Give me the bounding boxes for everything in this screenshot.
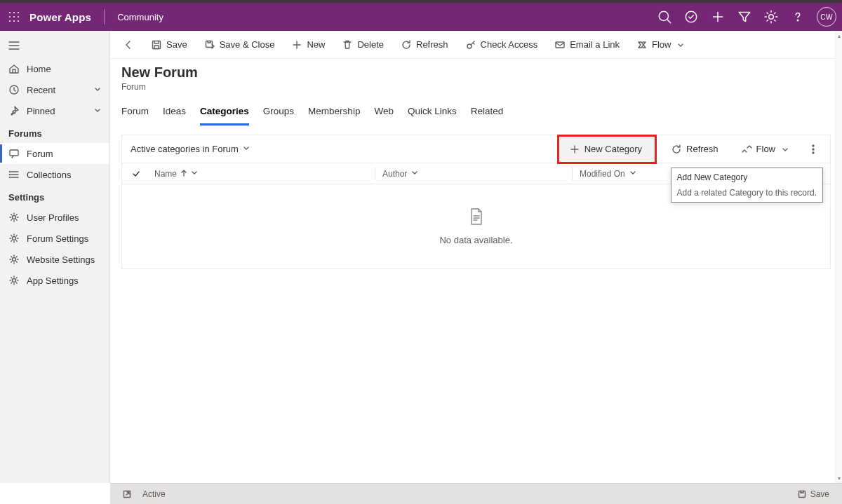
flow-button[interactable]: Flow [629, 35, 693, 55]
tab-quick-links[interactable]: Quick Links [408, 103, 457, 125]
sort-asc-icon [181, 169, 187, 179]
sidebar-item-recent[interactable]: Recent [0, 79, 109, 100]
status-save-button[interactable]: Save [792, 486, 835, 502]
sidebar-item-forum-settings[interactable]: Forum Settings [0, 228, 109, 249]
forum-icon [8, 148, 20, 159]
chevron-down-icon [191, 169, 198, 179]
scrollbar[interactable]: ▴ ▾ [835, 31, 842, 483]
view-name: Active categories in Forum [131, 144, 239, 154]
grid-refresh-button[interactable]: Refresh [662, 139, 727, 159]
svg-point-15 [797, 20, 798, 20]
scroll-down-icon[interactable]: ▾ [836, 475, 841, 482]
svg-line-10 [667, 20, 670, 22]
button-label: Save [810, 489, 829, 499]
chevron-down-icon [629, 169, 636, 179]
page-title: New Forum [121, 64, 831, 81]
svg-point-40 [813, 145, 814, 147]
flow-icon [741, 144, 752, 155]
gear-icon [8, 212, 20, 223]
save-button[interactable]: Save [144, 35, 194, 55]
gear-icon [8, 275, 20, 286]
sidebar-item-forum[interactable]: Forum [0, 143, 109, 164]
button-label: Flow [756, 144, 775, 154]
tab-related[interactable]: Related [471, 103, 504, 125]
svg-point-9 [659, 11, 668, 20]
svg-point-7 [13, 20, 15, 22]
column-select-all[interactable] [122, 170, 150, 178]
search-icon[interactable] [657, 9, 672, 25]
new-category-button[interactable]: New Category [559, 137, 655, 162]
more-vertical-icon [808, 144, 819, 155]
settings-icon[interactable] [763, 9, 779, 25]
refresh-button[interactable]: Refresh [394, 35, 455, 55]
filter-icon[interactable] [737, 9, 752, 25]
refresh-icon [671, 144, 682, 155]
column-header-author[interactable]: Author [375, 169, 572, 179]
app-title[interactable]: Power Apps [29, 11, 91, 23]
button-label: New [307, 39, 325, 50]
environment-label[interactable]: Community [117, 12, 163, 22]
view-picker[interactable]: Active categories in Forum [131, 144, 250, 154]
button-label: Save & Close [220, 39, 275, 50]
user-avatar[interactable]: CW [817, 7, 836, 27]
popout-button[interactable] [117, 487, 137, 501]
column-header-name[interactable]: Name [150, 169, 375, 179]
check-access-button[interactable]: Check Access [458, 35, 545, 55]
assist-icon[interactable] [683, 9, 699, 25]
sidebar-item-label: Website Settings [27, 254, 95, 265]
svg-point-11 [686, 11, 696, 22]
sidebar-item-app-settings[interactable]: App Settings [0, 270, 109, 291]
chevron-down-icon [675, 40, 686, 51]
grid-flow-button[interactable]: Flow [733, 139, 799, 159]
sidebar-item-label: Home [27, 64, 51, 74]
button-label: Refresh [686, 144, 719, 154]
app-launcher-icon[interactable] [6, 8, 22, 25]
sidebar-item-home[interactable]: Home [0, 58, 109, 79]
svg-point-14 [769, 15, 774, 20]
scroll-up-icon[interactable]: ▴ [836, 32, 841, 39]
add-icon[interactable] [710, 9, 726, 25]
sidebar-item-label: Forum Settings [27, 233, 88, 244]
sidebar-item-label: Recent [27, 85, 55, 95]
sidebar-item-label: Collections [27, 170, 72, 180]
sidebar-section-settings: Settings [0, 185, 109, 207]
clock-icon [8, 84, 20, 95]
sidebar-toggle[interactable] [0, 35, 109, 58]
button-label: Save [166, 39, 187, 50]
svg-point-1 [13, 12, 15, 13]
button-label: Flow [652, 39, 671, 50]
svg-rect-47 [798, 491, 805, 497]
column-header-modified[interactable]: Modified On [573, 169, 678, 179]
tab-categories[interactable]: Categories [200, 103, 249, 125]
new-button[interactable]: New [284, 35, 332, 55]
sidebar: Home Recent Pinned Forums Forum Collecti… [0, 31, 110, 483]
tab-web[interactable]: Web [374, 103, 394, 125]
help-icon[interactable] [790, 9, 806, 25]
back-button[interactable] [116, 35, 141, 55]
grid-more-button[interactable] [805, 139, 822, 159]
refresh-icon [401, 39, 412, 50]
page-subtitle: Forum [121, 82, 831, 92]
sidebar-item-collections[interactable]: Collections [0, 164, 109, 185]
record-status[interactable]: Active [137, 486, 171, 502]
save-close-button[interactable]: Save & Close [197, 35, 282, 55]
svg-rect-33 [206, 41, 212, 47]
tab-forum[interactable]: Forum [121, 103, 149, 125]
tab-groups[interactable]: Groups [263, 103, 294, 125]
save-close-icon [204, 39, 215, 50]
svg-point-24 [10, 172, 11, 172]
chevron-down-icon [411, 169, 418, 179]
tab-membership[interactable]: Membership [308, 103, 360, 125]
sidebar-item-label: Pinned [27, 106, 55, 116]
sidebar-item-pinned[interactable]: Pinned [0, 100, 109, 121]
svg-point-5 [18, 16, 19, 18]
delete-button[interactable]: Delete [335, 35, 391, 55]
plus-icon [291, 39, 302, 50]
email-link-button[interactable]: Email a Link [547, 35, 627, 55]
sidebar-item-website-settings[interactable]: Website Settings [0, 249, 109, 270]
tab-ideas[interactable]: Ideas [163, 103, 186, 125]
sidebar-item-user-profiles[interactable]: User Profiles [0, 207, 109, 228]
status-bar: Active Save [110, 483, 842, 504]
button-label: Check Access [481, 39, 538, 50]
sidebar-item-label: Forum [27, 149, 53, 159]
